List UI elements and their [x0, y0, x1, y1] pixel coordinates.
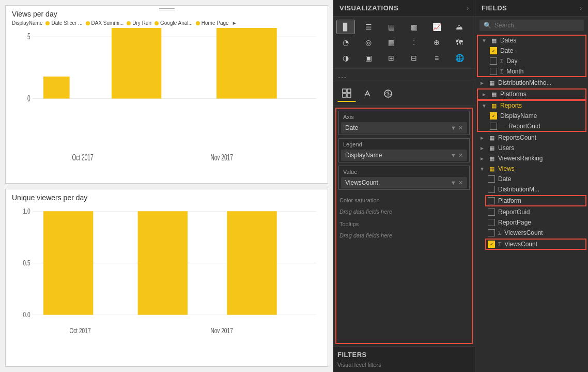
viz-icon-line[interactable]: 📈 [427, 20, 446, 34]
dates-day-checkbox[interactable] [490, 57, 497, 65]
svg-rect-23 [347, 94, 351, 97]
viz-sub-format[interactable] [358, 85, 377, 102]
views-viewscount-checkbox[interactable]: ✓ [488, 241, 495, 248]
reports-reportguid-text: ReportGuid [508, 123, 540, 130]
reports-reportguid-checkbox[interactable] [490, 123, 497, 130]
legend-dropdown-icon[interactable]: ▼ [451, 152, 456, 159]
fields-header: FIELDS › [475, 0, 588, 17]
viz-icon-bubble[interactable]: ⊕ [427, 35, 446, 50]
platforms-section: ► ▦ Platforms [477, 89, 586, 99]
views-platform-text: Platform [498, 197, 521, 204]
views-reportpage-checkbox[interactable] [488, 219, 495, 226]
legend-text-5: Home Page [202, 20, 229, 26]
views-reportguid-checkbox[interactable] [488, 209, 495, 216]
axis-field-date[interactable]: Date ▼ ✕ [341, 122, 467, 133]
viz-icon-slicer[interactable]: ≡ [427, 51, 446, 65]
reports-displayname-field[interactable]: ✓ DisplayName [477, 111, 586, 121]
views-reportpage-field[interactable]: ReportPage [475, 217, 588, 228]
views-viewscount-text: ViewsCount [504, 241, 537, 248]
viz-icon-gauge[interactable]: ◑ [336, 51, 355, 65]
views-date-field[interactable]: Date [475, 174, 588, 184]
viz-icon-stack2[interactable]: ▥ [405, 20, 423, 34]
legend-more[interactable]: ► [232, 20, 237, 26]
chart2-content[interactable]: 1.0 0.5 0.0 Oct 2017 Nov 2017 [12, 204, 321, 341]
viz-header-arrow[interactable]: › [467, 5, 469, 12]
viz-icon-globe[interactable]: 🌐 [450, 51, 469, 65]
dates-month-field[interactable]: Σ Month [477, 66, 586, 77]
platforms-parent[interactable]: ► ▦ Platforms [477, 89, 586, 99]
dates-text: Dates [500, 37, 516, 44]
views-platform-field[interactable]: Platform [486, 196, 586, 206]
distributionmethod-parent[interactable]: ► ▦ DistributionMetho... [475, 78, 588, 88]
viz-icon-donut[interactable]: ◎ [359, 35, 378, 50]
viz-icon-area[interactable]: ⛰ [450, 20, 469, 34]
views-platform-checkbox[interactable] [488, 197, 495, 204]
viz-sub-analytics[interactable] [379, 85, 397, 102]
viz-icon-scatter[interactable]: ⁚ [405, 35, 423, 50]
svg-text:5: 5 [27, 31, 30, 41]
legend-displayname-icons: ▼ ✕ [451, 152, 463, 159]
views-reportguid-field[interactable]: ReportGuid [475, 207, 588, 217]
views-platform-section: Platform [486, 196, 586, 206]
views-text: Views [498, 165, 515, 172]
viz-icon-matrix[interactable]: ⊟ [405, 51, 423, 65]
dates-day-field[interactable]: Σ Day [477, 56, 586, 66]
viz-icon-treemap[interactable]: ▦ [382, 35, 400, 50]
viz-icon-bar2[interactable]: ☰ [359, 20, 378, 34]
dates-date-field[interactable]: ✓ Date [477, 46, 586, 56]
viz-icon-pie[interactable]: ◔ [336, 35, 355, 50]
views-viewerscount-field[interactable]: Σ ViewersCount [475, 228, 588, 238]
fields-header-arrow[interactable]: › [580, 5, 582, 12]
users-parent[interactable]: ► ▦ Users [475, 143, 588, 153]
search-box[interactable]: 🔍 [479, 20, 584, 31]
dates-parent[interactable]: ▼ ▦ Dates [477, 35, 586, 46]
viz-icon-card[interactable]: ▣ [359, 51, 378, 65]
viz-icon-stack[interactable]: ▤ [382, 20, 400, 34]
views-viewerscount-sigma: Σ [498, 230, 501, 236]
legend-close-icon[interactable]: ✕ [458, 152, 463, 159]
svg-rect-5 [112, 28, 161, 99]
legend-dot-2 [86, 21, 90, 25]
axis-close-icon[interactable]: ✕ [458, 125, 463, 131]
color-saturation-text: Color saturation [339, 197, 380, 203]
viz-icon-grid: ▊ ☰ ▤ ▥ 📈 ⛰ ◔ ◎ ▦ ⁚ ⊕ 🗺 ◑ ▣ ⊞ ⊟ ≡ 🌐 [333, 17, 475, 69]
axis-label: Axis [339, 111, 469, 121]
views-date-checkbox[interactable] [488, 175, 495, 183]
viz-icon-map[interactable]: 🗺 [450, 35, 469, 50]
value-dropdown-icon[interactable]: ▼ [451, 180, 456, 186]
chart1-content[interactable]: 5 0 Oct 2017 Nov 2017 [12, 28, 321, 165]
axis-dropdown-icon[interactable]: ▼ [451, 125, 456, 131]
chart1-title: Views per day [12, 10, 321, 18]
reports-displayname-checkbox[interactable]: ✓ [490, 112, 497, 120]
legend-field-displayname[interactable]: DisplayName ▼ ✕ [341, 150, 467, 161]
viewersranking-parent[interactable]: ► ▦ ViewersRanking [475, 153, 588, 163]
viz-icon-table[interactable]: ⊞ [382, 51, 400, 65]
views-distributionm-checkbox[interactable] [488, 186, 495, 193]
views-parent[interactable]: ▼ ▦ Views [475, 163, 588, 174]
reports-parent[interactable]: ▼ ▦ Reports [477, 100, 586, 111]
viz-sub-icons [333, 82, 475, 106]
reportscount-parent[interactable]: ► ▦ ReportsCount [475, 132, 588, 143]
views-viewscount-field[interactable]: ✓ Σ ViewsCount [486, 239, 586, 249]
views-viewscount-section: ✓ Σ ViewsCount [486, 239, 586, 249]
svg-rect-21 [347, 89, 351, 93]
fields-list: ▼ ▦ Dates ✓ Date Σ Day Σ Month ► ▦ [475, 34, 588, 372]
views-viewerscount-checkbox[interactable] [488, 229, 495, 236]
chart1-legend: DisplayName Date Slicer ... DAX Summi...… [12, 20, 321, 26]
users-icon: ▦ [488, 145, 496, 152]
dates-date-checkbox[interactable]: ✓ [490, 47, 497, 54]
value-field-viewscount[interactable]: ViewsCount ▼ ✕ [341, 177, 467, 188]
dates-month-checkbox[interactable] [490, 68, 497, 75]
legend-dot-3 [127, 21, 131, 25]
chart-unique-viewers: Unique viewers per day 1.0 0.5 0.0 Oct 2… [5, 189, 328, 367]
views-distributionm-field[interactable]: DistributionM... [475, 184, 588, 195]
viz-icon-bar[interactable]: ▊ [336, 20, 355, 34]
reports-reportguid-field[interactable]: — ReportGuid [477, 121, 586, 131]
search-input[interactable] [494, 22, 580, 29]
viz-sub-fields[interactable] [337, 85, 356, 102]
dates-arrow: ▼ [482, 38, 488, 43]
resize-handle[interactable] [159, 8, 175, 11]
value-close-icon[interactable]: ✕ [458, 180, 463, 186]
dates-table-icon: ▦ [490, 37, 498, 44]
viz-fields-section: Axis Date ▼ ✕ Legend DisplayName ▼ ✕ [335, 108, 473, 344]
